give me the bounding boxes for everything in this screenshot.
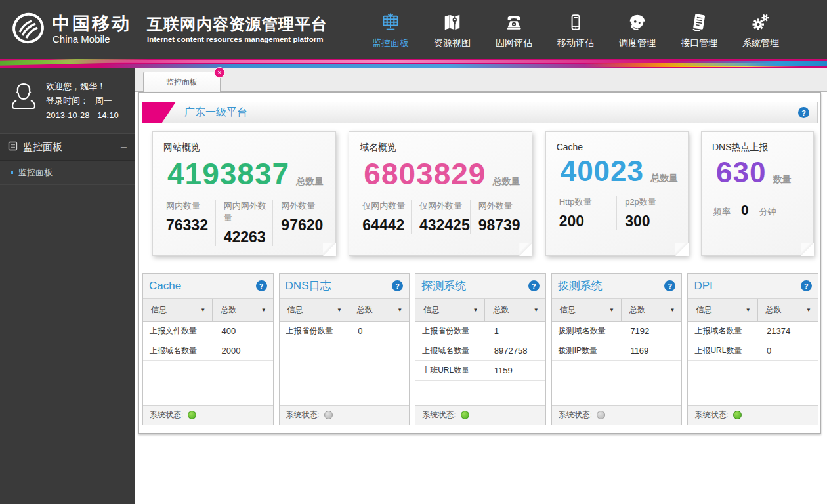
nav-label-mobile-eval: 移动评估 <box>557 37 594 49</box>
stat-card-cache: Cache40023总数量Http数量200p2p数量300 <box>545 131 689 256</box>
sub-stat-label: 网内数量 <box>166 200 215 212</box>
status-dot-gray <box>324 411 333 419</box>
collapse-icon[interactable]: – <box>121 141 127 153</box>
tab-label: 监控面板 <box>166 77 198 88</box>
sub-stat: 网内数量76332 <box>158 200 215 246</box>
panel-title: 拨测系统 <box>558 278 665 293</box>
column-header-total[interactable]: 总数▼ <box>213 299 272 321</box>
sidebar-menu-monitor-group[interactable]: 监控面板 – <box>0 133 135 161</box>
nav-item-dispatch[interactable]: 调度管理 <box>618 10 656 49</box>
panel-rows: 上报文件数量400上报域名数量2000 <box>143 322 273 405</box>
sub-stat: 仅网外数量432425 <box>411 200 470 234</box>
help-icon[interactable]: ? <box>664 280 675 291</box>
status-dot-green <box>188 411 196 419</box>
nav-item-fixed-eval[interactable]: 固网评估 <box>495 10 533 49</box>
status-dot-green <box>733 411 742 419</box>
row-value: 8972758 <box>484 346 545 356</box>
panel-status-bar: 系统状态: <box>143 405 273 425</box>
column-header-info[interactable]: 信息▼ <box>415 299 485 321</box>
chevron-down-icon: ▼ <box>609 307 614 313</box>
column-total-label: 总数 <box>766 304 782 316</box>
nav-item-mobile-eval[interactable]: 移动评估 <box>557 10 595 49</box>
help-icon[interactable]: ? <box>392 280 403 291</box>
platform-title-zh: 互联网内容资源管理平台 <box>147 14 328 34</box>
row-value: 400 <box>211 326 273 336</box>
help-icon[interactable]: ? <box>801 280 812 291</box>
stat-card-website: 网站概览4193837总数量网内数量76332网内网外数量42263网外数量97… <box>152 131 336 256</box>
table-row: 拨测IP数量1169 <box>552 341 682 361</box>
nav-item-system[interactable]: 系统管理 <box>742 10 780 49</box>
chevron-down-icon: ▼ <box>669 307 675 313</box>
telephone-icon <box>504 10 524 33</box>
row-label: 拨测IP数量 <box>552 345 620 356</box>
help-icon[interactable]: ? <box>798 107 809 118</box>
sub-stat: p2p数量300 <box>616 196 683 230</box>
column-header-info[interactable]: 信息▼ <box>688 299 757 321</box>
card-total-label: 总数量 <box>296 176 324 188</box>
chevron-down-icon: ▼ <box>261 307 266 313</box>
table-row: 上报URL数量0 <box>688 341 818 361</box>
card-sub-stats: Http数量200p2p数量300 <box>546 196 688 230</box>
tab-monitor-panel[interactable]: 监控面板 × <box>143 72 221 92</box>
panel-title: 探测系统 <box>421 278 528 293</box>
row-value: 1169 <box>620 346 681 356</box>
row-label: 上报省份数量 <box>415 326 484 337</box>
sub-stat-value: 200 <box>559 213 617 230</box>
column-header-total[interactable]: 总数▼ <box>758 299 818 321</box>
status-dot-green <box>461 411 469 419</box>
user-lines: 欢迎您，魏华！ 登录时间： 周一 2013-10-28 14:10 <box>46 79 119 123</box>
menu-group-label: 监控面板 <box>23 141 62 154</box>
column-info-label: 信息 <box>423 304 439 316</box>
sub-stat-value: 64442 <box>362 217 411 234</box>
dashboard-icon <box>381 10 400 33</box>
nav-item-interface[interactable]: 接口管理 <box>680 10 718 49</box>
panel-header: DNS日志? <box>280 274 410 299</box>
nav-label-resources: 资源视图 <box>434 37 471 49</box>
help-icon[interactable]: ? <box>528 280 540 291</box>
table-row: 上报域名数量8972758 <box>415 341 545 361</box>
row-value: 1159 <box>484 366 545 375</box>
panel-dns-log: DNS日志?信息▼总数▼上报省份数量0系统状态: <box>279 273 410 425</box>
china-mobile-logo-icon <box>11 10 46 49</box>
help-icon[interactable]: ? <box>256 280 267 291</box>
app-header: 中国移动 China Mobile 互联网内容资源管理平台 Internet c… <box>0 0 827 59</box>
panel-status-bar: 系统状态: <box>415 405 545 425</box>
row-label: 上报省份数量 <box>280 326 348 337</box>
avatar-icon <box>8 79 39 123</box>
row-value: 7192 <box>620 326 681 336</box>
column-header-total[interactable]: 总数▼ <box>485 299 545 321</box>
panel-column-headers: 信息▼总数▼ <box>552 299 682 322</box>
panel-rows: 上报省份数量1上报域名数量8972758上班URL数量1159 <box>415 322 545 405</box>
nav-item-resources[interactable]: 资源视图 <box>433 10 471 49</box>
login-time-line: 登录时间： 周一 <box>46 94 119 108</box>
row-label: 上班URL数量 <box>415 365 484 376</box>
panel-rows: 拨测域名数量7192拨测IP数量1169 <box>552 322 682 405</box>
row-label: 上报域名数量 <box>415 345 484 356</box>
close-icon[interactable]: × <box>214 67 225 78</box>
column-header-info[interactable]: 信息▼ <box>143 299 213 321</box>
nav-label-fixed-eval: 固网评估 <box>496 37 532 49</box>
sub-stat: 仅网内数量64442 <box>354 200 411 234</box>
submenu: 监控面板 <box>0 161 135 185</box>
card-title: 网站概览 <box>153 132 335 154</box>
sub-stat: 网内网外数量42263 <box>215 200 273 246</box>
status-label: 系统状态: <box>559 410 592 421</box>
menu-doc-icon <box>8 141 18 153</box>
panel-rows: 上报域名数量21374上报URL数量0 <box>688 322 818 405</box>
brand-name-en: China Mobile <box>53 33 131 45</box>
nav-item-monitor[interactable]: 监控面板 <box>371 10 410 49</box>
nav-label-dispatch: 调度管理 <box>619 37 656 49</box>
sub-stat-value: 42263 <box>224 228 273 246</box>
sub-stat: 网外数量97620 <box>272 200 330 246</box>
column-header-total[interactable]: 总数▼ <box>349 299 409 321</box>
login-time: 14:10 <box>97 110 119 120</box>
frequency-value: 0 <box>741 202 749 218</box>
rainbow-ribbon <box>0 59 827 68</box>
column-header-info[interactable]: 信息▼ <box>552 299 622 321</box>
sub-stat-label: 网外数量 <box>478 200 527 212</box>
column-header-total[interactable]: 总数▼ <box>622 299 681 321</box>
sub-stat: 网外数量98739 <box>470 200 527 234</box>
sidebar-item-monitor-0[interactable]: 监控面板 <box>0 161 135 185</box>
column-header-info[interactable]: 信息▼ <box>280 299 349 321</box>
column-total-label: 总数 <box>493 304 509 316</box>
